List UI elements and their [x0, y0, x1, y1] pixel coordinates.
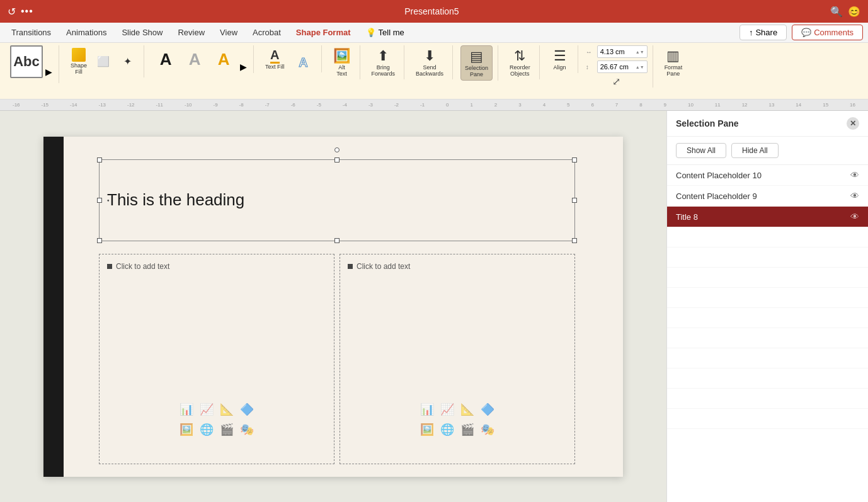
media-icon-left[interactable]: 🎭 [238, 421, 256, 438]
alt-text-button[interactable]: 🖼️ AltText [329, 45, 355, 79]
text-style-normal[interactable]: A [152, 45, 180, 73]
content-box-left[interactable]: Click to add text 📊 📈 📐 🔷 🖼️ 🌐 🎬 🎭 [99, 254, 334, 464]
ribbon-section-reorder: ⇅ ReorderObjects [501, 45, 540, 79]
pane-items: Content Placeholder 10 👁 Content Placeho… [667, 165, 868, 502]
comments-button[interactable]: 💬 Comments [792, 25, 863, 40]
size-expand-icon[interactable]: ⤢ [612, 76, 620, 88]
lightbulb-icon: 💡 [366, 28, 376, 37]
shape-expand-icon[interactable]: ▶ [44, 66, 54, 78]
handle-bottom-left[interactable] [97, 238, 102, 243]
ribbon-section-alt-text: 🖼️ AltText [324, 45, 360, 79]
main-content: This is the heading Click to add text 📊 … [0, 111, 868, 502]
ruler-labels: -16-15-14-13-12-11-10 -9-8-7-6-5-4-3 -2-… [0, 102, 868, 108]
pane-actions: Show All Hide All [667, 137, 868, 165]
title-bar: ↺ ••• Presentation5 🔍 😊 [0, 0, 868, 23]
web-icon-left[interactable]: 🌐 [198, 421, 215, 438]
more-icon[interactable]: ••• [21, 6, 33, 17]
shape-outline-icon: ⬜ [97, 55, 110, 67]
handle-top-right[interactable] [572, 157, 577, 163]
text-fill-button[interactable]: A Text Fill [261, 45, 288, 72]
handle-top-middle[interactable] [334, 157, 340, 163]
pane-close-button[interactable]: ✕ [847, 117, 859, 130]
text-styles-expand-icon[interactable]: ▶ [239, 60, 248, 73]
width-input[interactable]: 4.13 cm ▲▼ [597, 45, 648, 58]
format-pane-icon: ▥ [666, 48, 680, 64]
pane-title: Selection Pane [676, 118, 739, 128]
reorder-objects-button[interactable]: ⇅ ReorderObjects [506, 45, 534, 79]
eye-icon-0[interactable]: 👁 [850, 170, 859, 180]
eye-icon-1[interactable]: 👁 [850, 191, 859, 201]
pane-item-2[interactable]: Title 8 👁 [667, 207, 868, 227]
chart-icon-left[interactable]: 📈 [198, 401, 215, 418]
picture-icon-left[interactable]: 🖼️ [178, 421, 195, 438]
content-box-right[interactable]: Click to add text 📊 📈 📐 🔷 🖼️ 🌐 🎬 🎭 [340, 254, 575, 464]
pane-item-1[interactable]: Content Placeholder 9 👁 [667, 186, 868, 207]
refresh-icon[interactable]: ↺ [8, 6, 16, 18]
format-pane-label: FormatPane [665, 64, 683, 77]
ribbon-section-shapes: Abc ▶ [5, 45, 59, 83]
pane-item-0[interactable]: Content Placeholder 10 👁 [667, 165, 868, 186]
handle-bottom-right[interactable] [572, 238, 577, 243]
picture-icon-right[interactable]: 🖼️ [418, 421, 436, 438]
handle-bottom-middle[interactable] [334, 238, 340, 243]
hide-all-button[interactable]: Hide All [731, 143, 779, 158]
heading-textbox[interactable]: This is the heading [99, 159, 575, 241]
table-icon-right[interactable]: 📊 [418, 401, 436, 418]
menu-shape-format[interactable]: Shape Format [290, 25, 357, 40]
bring-forward-button[interactable]: ⬆ BringForwards [368, 45, 399, 79]
web-icon-right[interactable]: 🌐 [438, 421, 456, 438]
alt-text-label: AltText [336, 64, 347, 77]
chart-icon-right[interactable]: 📈 [438, 401, 456, 418]
text-outline-button[interactable]: A [291, 53, 316, 72]
format-pane-button[interactable]: ▥ FormatPane [661, 45, 687, 79]
menu-acrobat[interactable]: Acrobat [246, 25, 287, 40]
table-icon-left[interactable]: 📊 [178, 401, 195, 418]
slide[interactable]: This is the heading Click to add text 📊 … [43, 137, 623, 477]
shape-icon-right[interactable]: 📐 [459, 401, 476, 418]
comment-icon: 💬 [801, 28, 811, 37]
height-stepper[interactable]: ▲▼ [636, 65, 644, 69]
handle-top-left[interactable] [97, 157, 102, 163]
menu-slideshow[interactable]: Slide Show [115, 25, 169, 40]
align-button[interactable]: ☰ Align [547, 45, 573, 73]
menu-transitions[interactable]: Transitions [5, 25, 57, 40]
shape-effects-button[interactable]: ✦ [116, 53, 139, 70]
abc-style-button[interactable]: Abc [10, 45, 43, 78]
text-style-gray[interactable]: A [181, 45, 208, 73]
shape-fill-button[interactable]: ShapeFill [67, 45, 91, 77]
align-label: Align [554, 64, 566, 71]
pane-empty-row-8 [667, 368, 868, 389]
shape-outline-button[interactable]: ⬜ [92, 53, 115, 70]
menu-tell-me[interactable]: 💡 Tell me [360, 25, 411, 40]
width-stepper[interactable]: ▲▼ [636, 50, 644, 54]
smart-icon-right[interactable]: 🔷 [479, 401, 496, 418]
show-all-button[interactable]: Show All [676, 143, 726, 158]
reorder-label: ReorderObjects [510, 64, 530, 77]
height-input[interactable]: 26.67 cm ▲▼ [597, 60, 648, 73]
height-icon: ↕ [586, 64, 596, 71]
search-icon[interactable]: 🔍 [830, 6, 843, 18]
eye-icon-2[interactable]: 👁 [850, 212, 859, 222]
selection-pane-button[interactable]: ▤ SelectionPane [460, 45, 493, 81]
send-backward-button[interactable]: ⬇ SendBackwards [412, 45, 447, 79]
share-button[interactable]: ↑ Share [740, 25, 787, 40]
account-icon[interactable]: 😊 [848, 6, 860, 18]
media-icon-right[interactable]: 🎭 [479, 421, 496, 438]
video-icon-right[interactable]: 🎬 [459, 421, 476, 438]
text-style-yellow[interactable]: A [210, 45, 237, 73]
slide-area[interactable]: This is the heading Click to add text 📊 … [0, 111, 666, 502]
smart-icon-left[interactable]: 🔷 [238, 401, 256, 418]
content-area: Click to add text 📊 📈 📐 🔷 🖼️ 🌐 🎬 🎭 [99, 254, 575, 464]
send-backward-icon: ⬇ [424, 48, 435, 64]
shape-icon-left[interactable]: 📐 [218, 401, 236, 418]
rotate-handle[interactable] [334, 147, 340, 152]
menu-review[interactable]: Review [171, 25, 211, 40]
pane-empty-row-9 [667, 389, 868, 409]
video-icon-left[interactable]: 🎬 [218, 421, 236, 438]
pane-empty-row-10 [667, 409, 868, 429]
handle-left-middle[interactable] [97, 198, 102, 203]
ribbon-section-bring-forward: ⬆ BringForwards [363, 45, 405, 79]
handle-right-middle[interactable] [572, 198, 577, 203]
menu-view[interactable]: View [214, 25, 244, 40]
menu-animations[interactable]: Animations [60, 25, 113, 40]
